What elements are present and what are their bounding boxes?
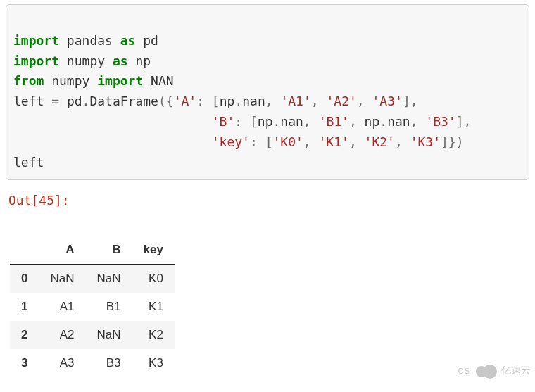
code-line-4: left = pd.DataFrame({'A': [np.nan, 'A1',… <box>13 94 418 108</box>
col-header-b: B <box>85 236 132 265</box>
cell: A1 <box>39 293 85 321</box>
code-line-5: 'B': [np.nan, 'B1', np.nan, 'B3'], <box>13 114 471 129</box>
cell: A2 <box>39 321 85 349</box>
trailing-comma: , <box>464 114 472 129</box>
rbracket: ] <box>441 134 448 149</box>
col-header-key: key <box>132 236 175 265</box>
trailing-comma: , <box>410 94 418 108</box>
output-prompt: Out[45]: <box>0 180 535 208</box>
close-dict-call: }) <box>448 134 464 149</box>
kw-as: as <box>113 53 128 68</box>
str-b3: 'B3' <box>425 114 455 129</box>
ident-nan: nan <box>387 114 410 129</box>
cell: A3 <box>39 349 85 377</box>
str-b1: 'B1' <box>319 114 349 129</box>
rbracket: ] <box>456 114 464 129</box>
str-k3: 'K3' <box>410 134 441 149</box>
cell: NaN <box>85 265 132 293</box>
mod-numpy: numpy <box>59 53 113 68</box>
str-k1: 'K1' <box>319 134 349 149</box>
comma: , <box>265 94 281 108</box>
row-index: 2 <box>10 321 39 349</box>
watermark-cs: CS <box>458 367 470 375</box>
cloud-icon <box>476 365 497 377</box>
dict-key-a: 'A' <box>174 94 197 108</box>
table-row: 1 A1 B1 K1 <box>10 293 175 321</box>
code-line-1: import pandas as pd <box>13 33 158 48</box>
comma: , <box>303 134 319 149</box>
equals: = <box>51 94 59 108</box>
cell: K3 <box>132 349 175 377</box>
cell: K1 <box>132 293 175 321</box>
alias-pd: pd <box>135 33 158 48</box>
ident-nan: nan <box>280 114 303 129</box>
code-line-2: import numpy as np <box>13 53 151 68</box>
cell: K2 <box>132 321 175 349</box>
cell: K0 <box>132 265 175 293</box>
comma: , <box>303 114 319 129</box>
lbracket: [ <box>212 94 220 108</box>
kw-import: import <box>13 33 59 48</box>
cell: NaN <box>39 265 85 293</box>
indent <box>13 134 212 149</box>
lbracket: [ <box>250 114 258 129</box>
comma: , <box>349 114 365 129</box>
ident-np: np <box>365 114 380 129</box>
name-nan: NAN <box>143 73 173 88</box>
comma: , <box>349 134 365 149</box>
ident-nan: nan <box>242 94 265 108</box>
dataframe-table: A B key 0 NaN NaN K0 1 A1 B1 K1 2 A2 NaN <box>10 236 175 377</box>
kw-as: as <box>120 33 136 48</box>
dataframe-output: A B key 0 NaN NaN K0 1 A1 B1 K1 2 A2 NaN <box>0 208 535 377</box>
comma: , <box>311 94 327 108</box>
row-index: 3 <box>10 349 39 377</box>
dict-key-b: 'B' <box>212 114 235 129</box>
dot: . <box>273 114 281 129</box>
cell: B1 <box>85 293 132 321</box>
mod-pandas: pandas <box>59 33 120 48</box>
code-cell: import pandas as pd import numpy as np f… <box>6 4 529 180</box>
dot: . <box>379 114 387 129</box>
str-a1: 'A1' <box>280 94 310 108</box>
kw-import: import <box>97 73 143 88</box>
str-k0: 'K0' <box>272 134 303 149</box>
str-k2: 'K2' <box>365 134 395 149</box>
ident-pd: pd <box>67 94 82 108</box>
str-a3: 'A3' <box>372 94 403 108</box>
table-header-row: A B key <box>10 236 175 265</box>
comma: , <box>395 134 410 149</box>
lhs-left: left <box>13 94 51 108</box>
table-row: 2 A2 NaN K2 <box>10 321 175 349</box>
open-call-dict: ({ <box>158 94 174 108</box>
col-header-a: A <box>39 236 85 265</box>
row-index: 1 <box>10 293 39 321</box>
colon: : <box>234 114 250 129</box>
alias-np: np <box>128 53 151 68</box>
watermark: CS 亿速云 <box>458 365 531 377</box>
table-corner <box>10 236 39 265</box>
code-line-6: 'key': ['K0', 'K1', 'K2', 'K3']}) <box>13 134 464 149</box>
code-line-3: from numpy import NAN <box>13 73 174 88</box>
ident-dataframe: DataFrame <box>89 94 158 108</box>
code-line-7: left <box>13 155 44 170</box>
cell: NaN <box>85 321 132 349</box>
kw-from: from <box>13 73 44 88</box>
colon: : <box>250 134 265 149</box>
indent <box>13 114 212 129</box>
comma: , <box>357 94 372 108</box>
str-a2: 'A2' <box>326 94 356 108</box>
kw-import: import <box>13 53 59 68</box>
dot: . <box>234 94 242 108</box>
lbracket: [ <box>265 134 273 149</box>
mod-numpy: numpy <box>44 73 97 88</box>
colon: : <box>196 94 212 108</box>
watermark-text: 亿速云 <box>501 365 531 377</box>
rbracket: ] <box>403 94 410 108</box>
cell: B3 <box>85 349 132 377</box>
ident-np: np <box>258 114 273 129</box>
dict-key-key: 'key' <box>212 134 250 149</box>
ident-np: np <box>220 94 235 108</box>
dot: . <box>82 94 90 108</box>
comma: , <box>410 114 426 129</box>
table-row: 0 NaN NaN K0 <box>10 265 175 293</box>
